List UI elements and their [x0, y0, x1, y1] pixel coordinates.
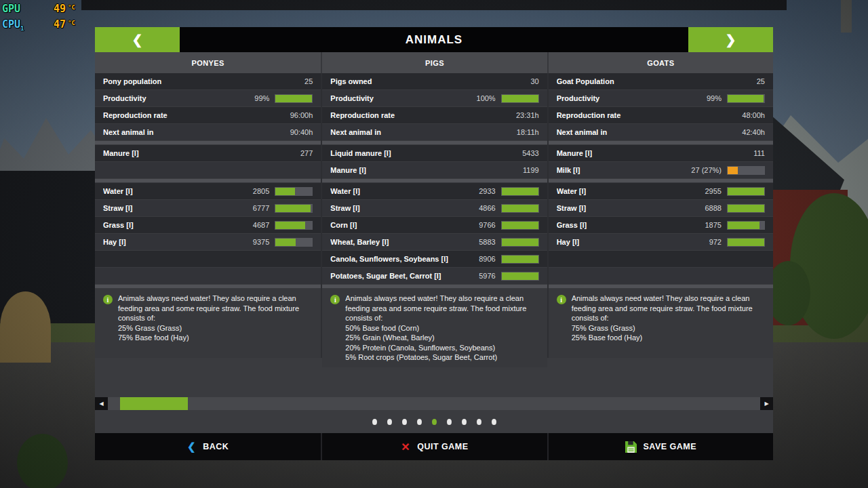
stat-label: Reproduction rate — [103, 111, 290, 119]
page-dot[interactable] — [402, 419, 407, 425]
mixture-line: 25% Grain (Wheat, Barley) — [345, 333, 540, 343]
save-game-button[interactable]: SAVE GAME — [547, 433, 773, 460]
level-bar — [275, 94, 313, 103]
info-text: Animals always need water! They also req… — [572, 293, 766, 353]
stat-value: 96:00h — [290, 111, 313, 119]
empty-row — [95, 268, 321, 284]
stat-row: Straw [l]6777 — [95, 200, 321, 216]
page-dot-active[interactable] — [432, 419, 437, 425]
mixture-line: 25% Grass (Grass) — [118, 323, 314, 333]
stat-row: Next animal in90:40h — [95, 124, 321, 140]
stat-value: 5883 — [479, 238, 495, 246]
level-bar — [727, 94, 765, 103]
stat-label: Goat Population — [557, 77, 757, 85]
mixture-line: 20% Protein (Canola, Sunflowers, Soybean… — [345, 343, 540, 353]
page-dot[interactable] — [387, 419, 392, 425]
stat-value: 5433 — [522, 149, 538, 157]
stat-value: 9375 — [253, 238, 269, 246]
info-text: Animals always need water! They also req… — [345, 293, 540, 363]
stat-value: 9766 — [479, 221, 495, 229]
stat-row: Next animal in18:11h — [322, 124, 547, 140]
group-separator — [322, 179, 547, 182]
stat-value: 99% — [707, 94, 722, 102]
stat-label: Pony population — [103, 77, 304, 85]
level-bar — [501, 221, 539, 230]
info-icon: i — [103, 295, 113, 304]
scroll-left-button[interactable]: ◀ — [95, 397, 108, 410]
column-header-ponyes: PONYES — [95, 52, 321, 73]
page-dots — [95, 410, 773, 433]
stat-label: Water [l] — [557, 187, 705, 195]
stat-label: Manure [l] — [557, 149, 754, 157]
animal-column: Goat Population25Productivity99%Reproduc… — [547, 73, 773, 358]
group-separator — [95, 179, 321, 182]
info-box: iAnimals always need water! They also re… — [549, 289, 773, 358]
stat-row: Reproduction rate23:31h — [322, 107, 547, 123]
group-separator — [549, 285, 773, 288]
back-button[interactable]: ❮ BACK — [95, 433, 321, 460]
page-dot[interactable] — [417, 419, 422, 425]
chevron-right-icon: ❯ — [726, 32, 736, 47]
stat-label: Manure [l] — [103, 149, 300, 157]
page-dot[interactable] — [462, 419, 467, 425]
stat-label: Water [l] — [330, 187, 479, 195]
back-label: BACK — [203, 442, 229, 451]
stat-row: Pony population25 — [95, 73, 321, 89]
group-separator — [549, 179, 773, 182]
page-dot[interactable] — [477, 419, 481, 425]
stat-row: Water [l]2805 — [95, 183, 321, 199]
stat-row: Pigs owned30 — [322, 73, 547, 89]
stat-row: Potatoes, Sugar Beet, Carrot [l]5976 — [322, 268, 547, 284]
chevron-left-icon: ❮ — [132, 32, 143, 47]
prev-page-button[interactable]: ❮ — [95, 27, 180, 52]
scrollbar-track[interactable] — [108, 397, 760, 410]
empty-row — [549, 268, 773, 284]
stat-value: 5976 — [479, 272, 495, 280]
mixture-line: 75% Grass (Grass) — [572, 323, 766, 333]
screen: GPU 49 °C CPU1 47 °C ❮ ANIMALS ❯ PONYES … — [0, 0, 868, 488]
info-icon: i — [330, 295, 340, 304]
stat-label: Next animal in — [103, 128, 290, 136]
stat-label: Water [l] — [103, 187, 253, 195]
animal-columns: Pony population25Productivity99%Reproduc… — [95, 73, 773, 358]
stat-row: Manure [l]111 — [549, 145, 773, 161]
level-bar — [501, 187, 539, 196]
stat-row: Liquid manure [l]5433 — [322, 145, 547, 161]
stat-label: Straw [l] — [557, 204, 705, 212]
level-bar — [727, 238, 765, 247]
column-headers: PONYES PIGS GOATS — [95, 52, 773, 73]
stat-row: Productivity99% — [95, 90, 321, 106]
column-header-pigs: PIGS — [321, 52, 547, 73]
next-page-button[interactable]: ❯ — [688, 27, 773, 52]
scrollbar-thumb[interactable] — [120, 397, 188, 410]
performance-osd: GPU 49 °C CPU1 47 °C — [2, 2, 89, 36]
stat-label: Potatoes, Sugar Beet, Carrot [l] — [330, 272, 479, 280]
quit-game-button[interactable]: ✕ QUIT GAME — [321, 433, 547, 460]
stat-value: 25 — [757, 77, 765, 85]
level-bar — [501, 255, 539, 264]
stat-row: Next animal in42:40h — [549, 124, 773, 140]
quit-x-icon: ✕ — [401, 441, 410, 453]
info-intro: Animals always need water! They also req… — [118, 293, 314, 323]
stat-value: 18:11h — [517, 128, 539, 136]
cpu-label: CPU1 — [2, 18, 37, 36]
stat-row: Straw [l]6888 — [549, 200, 773, 216]
stat-label: Wheat, Barley [l] — [330, 238, 479, 246]
page-dot[interactable] — [492, 419, 496, 425]
level-bar — [501, 272, 539, 281]
stat-label: Reproduction rate — [557, 111, 743, 119]
stat-label: Next animal in — [330, 128, 517, 136]
level-bar — [275, 187, 313, 196]
stat-label: Next animal in — [557, 128, 743, 136]
group-separator — [322, 141, 547, 144]
page-dot[interactable] — [372, 419, 377, 425]
stat-row: Grass [l]1875 — [549, 217, 773, 233]
stat-value: 972 — [709, 238, 722, 246]
scroll-right-button[interactable]: ▶ — [760, 397, 773, 410]
stat-row: Water [l]2933 — [322, 183, 547, 199]
stat-label: Grass [l] — [557, 221, 705, 229]
page-dot[interactable] — [447, 419, 452, 425]
info-intro: Animals always need water! They also req… — [572, 293, 766, 323]
stat-value: 8906 — [479, 255, 495, 263]
stat-label: Liquid manure [l] — [330, 149, 522, 157]
